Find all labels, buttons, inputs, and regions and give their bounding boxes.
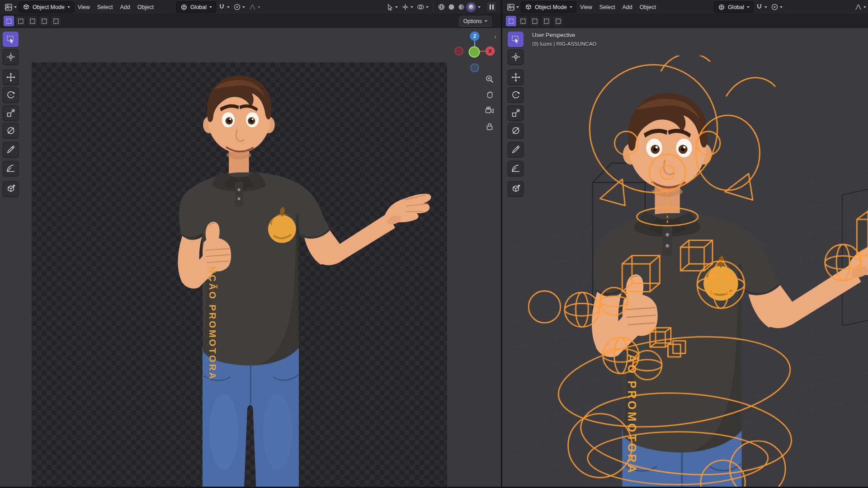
- editor-divider[interactable]: [501, 0, 502, 488]
- tool-rotate[interactable]: [3, 87, 19, 103]
- overlays-toggle-button[interactable]: [415, 3, 430, 11]
- shading-dropdown[interactable]: [476, 6, 482, 8]
- tool-select-box[interactable]: [508, 32, 524, 47]
- tool-rotate[interactable]: [508, 87, 524, 103]
- sidebar-collapse-arrow[interactable]: ‹: [494, 33, 496, 40]
- cursor-crosshair-icon: [511, 52, 521, 62]
- options-label: Options: [463, 18, 482, 24]
- tool-scale[interactable]: [508, 105, 524, 121]
- tool-cursor[interactable]: [3, 49, 19, 65]
- select-mode-invert[interactable]: [39, 16, 49, 26]
- tool-move[interactable]: [508, 70, 524, 85]
- character-render-rigged[interactable]: ÃO PROMOTORA: [518, 56, 868, 488]
- material-sphere-icon: [458, 3, 465, 11]
- select-mode-new[interactable]: [506, 16, 516, 26]
- zoom-button[interactable]: [485, 74, 495, 84]
- proportional-editing-button[interactable]: [769, 3, 784, 11]
- proportional-circle-icon: [771, 3, 778, 11]
- axis-y-ball[interactable]: [469, 47, 480, 57]
- menu-view[interactable]: View: [576, 2, 596, 12]
- tool-add-cube[interactable]: [3, 181, 19, 197]
- tool-transform[interactable]: [3, 123, 19, 138]
- menu-add[interactable]: Add: [117, 2, 134, 12]
- rig-cube[interactable]: [857, 211, 868, 255]
- select-box-icon: [29, 18, 36, 24]
- shading-wireframe-button[interactable]: [436, 2, 446, 12]
- select-mode-new[interactable]: [4, 16, 14, 26]
- menu-object[interactable]: Object: [636, 2, 660, 12]
- select-mode-subtract[interactable]: [27, 16, 38, 26]
- measure-protractor-icon: [6, 164, 16, 174]
- axis-neg-x-ball[interactable]: [455, 47, 463, 55]
- editor-type-button[interactable]: [3, 3, 19, 11]
- gizmos-toggle-button[interactable]: [400, 3, 415, 11]
- axis-x-label: X: [488, 48, 492, 54]
- pause-icon: [492, 5, 494, 9]
- globe-icon: [180, 4, 188, 11]
- snap-button[interactable]: [754, 3, 769, 11]
- shading-solid-button[interactable]: [446, 2, 456, 12]
- select-box-tool-icon: [511, 34, 521, 44]
- select-mode-intersect[interactable]: [553, 16, 563, 26]
- select-mode-invert[interactable]: [541, 16, 552, 26]
- character-render[interactable]: NÇÃO PROMOTORA: [118, 45, 432, 488]
- editor-type-button[interactable]: [505, 3, 521, 11]
- menu-object[interactable]: Object: [134, 2, 157, 12]
- active-tool-visibility-button[interactable]: [384, 3, 400, 11]
- tool-transform[interactable]: [508, 123, 524, 138]
- chevron-down-icon: [426, 6, 429, 8]
- navigation-gizmo[interactable]: Z X: [453, 30, 496, 73]
- snap-button[interactable]: [216, 3, 231, 11]
- chevron-down-icon: [67, 6, 70, 8]
- select-mode-extend[interactable]: [15, 16, 26, 26]
- tool-measure[interactable]: [508, 161, 524, 176]
- transform-orientation-selector[interactable]: Global: [176, 1, 216, 13]
- tool-add-cube[interactable]: [508, 181, 524, 197]
- menu-select[interactable]: Select: [94, 2, 117, 12]
- proportional-circle-icon: [233, 3, 241, 11]
- tool-annotate[interactable]: [3, 142, 19, 157]
- toolbar-left: [3, 32, 19, 197]
- axis-neg-z-ball[interactable]: [471, 64, 479, 72]
- mode-selector[interactable]: Object Mode: [521, 1, 576, 13]
- cursor-arrow-icon: [386, 3, 394, 11]
- transform-orientation-selector[interactable]: Global: [714, 1, 754, 13]
- tool-cursor[interactable]: [508, 49, 524, 65]
- measure-protractor-icon: [511, 164, 521, 174]
- mode-selector[interactable]: Object Mode: [19, 1, 74, 13]
- falloff-button[interactable]: [853, 3, 868, 11]
- select-mode-subtract[interactable]: [529, 16, 540, 26]
- falloff-button[interactable]: [247, 3, 262, 11]
- falloff-curve-icon: [854, 3, 862, 11]
- tool-select-box[interactable]: [3, 32, 19, 47]
- options-button[interactable]: Options: [459, 16, 492, 27]
- tool-move[interactable]: [3, 70, 19, 85]
- proportional-editing-button[interactable]: [231, 3, 247, 11]
- menu-add[interactable]: Add: [619, 2, 636, 12]
- viewport-side-controls: [485, 74, 495, 131]
- menu-select[interactable]: Select: [596, 2, 619, 12]
- pan-button[interactable]: [485, 90, 495, 100]
- tool-annotate[interactable]: [508, 142, 524, 157]
- move-arrows-icon: [511, 72, 521, 82]
- orientation-label: Global: [190, 4, 207, 10]
- cursor-crosshair-icon: [6, 52, 16, 62]
- select-box-icon: [543, 18, 550, 24]
- viewport-editor-icon: [507, 3, 515, 11]
- chevron-down-icon: [764, 6, 767, 8]
- chevron-down-icon: [395, 6, 398, 8]
- shading-rendered-button[interactable]: [466, 2, 476, 12]
- add-cube-icon: [511, 184, 521, 194]
- camera-view-button[interactable]: [485, 106, 495, 116]
- viewport-3d-left[interactable]: NÇÃO PROMOTORA: [0, 28, 501, 488]
- shading-material-button[interactable]: [456, 2, 466, 12]
- tool-scale[interactable]: [3, 105, 19, 121]
- tool-measure[interactable]: [3, 161, 19, 176]
- camera-lock-button[interactable]: [485, 122, 495, 131]
- select-mode-extend[interactable]: [518, 16, 528, 26]
- pause-button[interactable]: [487, 2, 496, 12]
- chevron-down-icon: [485, 20, 487, 22]
- select-mode-intersect[interactable]: [51, 16, 61, 26]
- menu-view[interactable]: View: [74, 2, 94, 12]
- viewport-3d-right[interactable]: ÃO PROMOTORA: [502, 28, 868, 488]
